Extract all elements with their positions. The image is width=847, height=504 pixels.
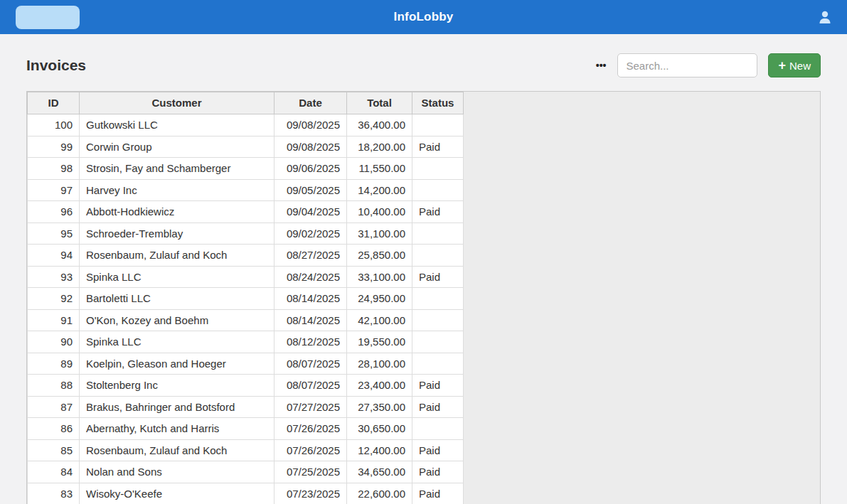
cell-date: 09/02/2025	[275, 222, 347, 245]
cell-status: Paid	[412, 461, 464, 483]
cell-status	[412, 309, 464, 331]
page-header: Invoices ••• + New	[26, 53, 821, 77]
cell-total: 11,550.00	[347, 158, 412, 180]
table-row[interactable]: 96Abbott-Hodkiewicz09/04/202510,400.00Pa…	[28, 201, 464, 223]
table-header-row: IDCustomerDateTotalStatus	[28, 92, 464, 114]
cell-customer: Wisoky-O'Keefe	[80, 483, 275, 504]
table-row[interactable]: 92Bartoletti LLC08/14/202524,950.00	[28, 288, 464, 310]
cell-total: 34,650.00	[347, 461, 412, 483]
cell-id: 89	[28, 353, 80, 375]
cell-total: 31,100.00	[347, 222, 412, 245]
cell-customer: Spinka LLC	[80, 266, 275, 288]
cell-customer: Abbott-Hodkiewicz	[80, 201, 275, 223]
new-button[interactable]: + New	[768, 53, 821, 77]
cell-id: 91	[28, 309, 80, 331]
column-header-id[interactable]: ID	[28, 92, 80, 114]
account-button[interactable]	[816, 9, 834, 27]
table-row[interactable]: 85Rosenbaum, Zulauf and Koch07/26/202512…	[28, 439, 464, 461]
cell-date: 07/26/2025	[275, 439, 347, 461]
search-input[interactable]	[617, 53, 757, 77]
cell-total: 22,600.00	[347, 483, 412, 504]
cell-customer: Schroeder-Tremblay	[80, 222, 275, 245]
cell-total: 28,100.00	[347, 353, 412, 375]
table-row[interactable]: 83Wisoky-O'Keefe07/23/202522,600.00Paid	[28, 483, 464, 504]
cell-id: 83	[28, 483, 80, 504]
header-controls: ••• + New	[593, 53, 821, 77]
column-header-date[interactable]: Date	[275, 92, 347, 114]
cell-id: 85	[28, 439, 80, 461]
cell-id: 97	[28, 179, 80, 201]
cell-status	[412, 418, 464, 440]
nav-left-button[interactable]	[16, 6, 80, 29]
table-row[interactable]: 97Harvey Inc09/05/202514,200.00	[28, 179, 464, 201]
cell-status: Paid	[412, 136, 464, 158]
cell-customer: Koelpin, Gleason and Hoeger	[80, 353, 275, 375]
cell-customer: Abernathy, Kutch and Harris	[80, 418, 275, 440]
navbar: InfoLobby	[0, 0, 847, 34]
table-row[interactable]: 86Abernathy, Kutch and Harris07/26/20253…	[28, 418, 464, 440]
cell-total: 19,550.00	[347, 331, 412, 353]
cell-date: 09/06/2025	[275, 158, 347, 180]
cell-customer: Stoltenberg Inc	[80, 375, 275, 397]
cell-status: Paid	[412, 201, 464, 223]
table-row[interactable]: 93Spinka LLC08/24/202533,100.00Paid	[28, 266, 464, 288]
cell-status: Paid	[412, 439, 464, 461]
column-header-customer[interactable]: Customer	[80, 92, 275, 114]
cell-total: 42,100.00	[347, 309, 412, 331]
cell-id: 99	[28, 136, 80, 158]
cell-date: 08/14/2025	[275, 288, 347, 310]
ellipsis-icon: •••	[596, 60, 607, 71]
cell-total: 30,650.00	[347, 418, 412, 440]
cell-total: 14,200.00	[347, 179, 412, 201]
cell-total: 23,400.00	[347, 375, 412, 397]
cell-id: 96	[28, 201, 80, 223]
cell-date: 07/23/2025	[275, 483, 347, 504]
cell-total: 25,850.00	[347, 245, 412, 267]
table-row[interactable]: 94Rosenbaum, Zulauf and Koch08/27/202525…	[28, 245, 464, 267]
cell-customer: Spinka LLC	[80, 331, 275, 353]
new-button-label: New	[789, 60, 811, 72]
column-header-total[interactable]: Total	[347, 92, 412, 114]
cell-date: 09/08/2025	[275, 136, 347, 158]
table-row[interactable]: 91O'Kon, Kozey and Boehm08/14/202542,100…	[28, 309, 464, 331]
table-row[interactable]: 89Koelpin, Gleason and Hoeger08/07/20252…	[28, 353, 464, 375]
cell-id: 84	[28, 461, 80, 483]
cell-total: 18,200.00	[347, 136, 412, 158]
cell-id: 92	[28, 288, 80, 310]
table-row[interactable]: 88Stoltenberg Inc08/07/202523,400.00Paid	[28, 375, 464, 397]
table-row[interactable]: 84Nolan and Sons07/25/202534,650.00Paid	[28, 461, 464, 483]
table-row[interactable]: 90Spinka LLC08/12/202519,550.00	[28, 331, 464, 353]
cell-id: 93	[28, 266, 80, 288]
table-row[interactable]: 100Gutkowski LLC09/08/202536,400.00	[28, 114, 464, 136]
cell-id: 88	[28, 375, 80, 397]
cell-id: 95	[28, 222, 80, 245]
cell-id: 87	[28, 396, 80, 418]
cell-customer: Rosenbaum, Zulauf and Koch	[80, 245, 275, 267]
cell-total: 24,950.00	[347, 288, 412, 310]
cell-status: Paid	[412, 266, 464, 288]
cell-customer: Brakus, Bahringer and Botsford	[80, 396, 275, 418]
cell-customer: Harvey Inc	[80, 179, 275, 201]
plus-icon: +	[778, 59, 786, 72]
table-body: 100Gutkowski LLC09/08/202536,400.0099Cor…	[28, 114, 464, 504]
cell-date: 09/05/2025	[275, 179, 347, 201]
cell-date: 08/07/2025	[275, 375, 347, 397]
cell-customer: Gutkowski LLC	[80, 114, 275, 136]
cell-status	[412, 331, 464, 353]
column-header-status[interactable]: Status	[412, 92, 464, 114]
cell-id: 100	[28, 114, 80, 136]
cell-customer: Bartoletti LLC	[80, 288, 275, 310]
cell-date: 08/24/2025	[275, 266, 347, 288]
cell-status	[412, 245, 464, 267]
cell-date: 08/12/2025	[275, 331, 347, 353]
cell-id: 86	[28, 418, 80, 440]
cell-total: 27,350.00	[347, 396, 412, 418]
options-menu-button[interactable]: •••	[593, 59, 609, 72]
cell-total: 33,100.00	[347, 266, 412, 288]
table-row[interactable]: 95Schroeder-Tremblay09/02/202531,100.00	[28, 222, 464, 245]
table-row[interactable]: 87Brakus, Bahringer and Botsford07/27/20…	[28, 396, 464, 418]
cell-customer: Strosin, Fay and Schamberger	[80, 158, 275, 180]
table-row[interactable]: 99Corwin Group09/08/202518,200.00Paid	[28, 136, 464, 158]
table-row[interactable]: 98Strosin, Fay and Schamberger09/06/2025…	[28, 158, 464, 180]
cell-date: 07/27/2025	[275, 396, 347, 418]
